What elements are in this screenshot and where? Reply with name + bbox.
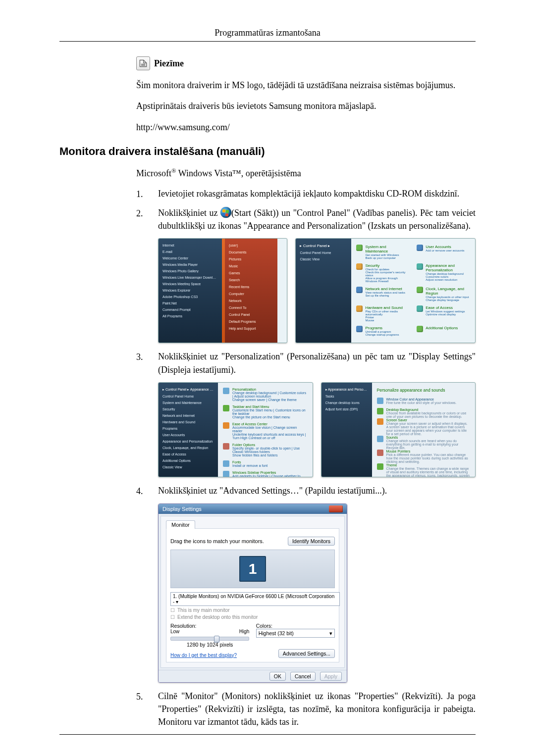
- start-menu-side-item[interactable]: Documents: [229, 251, 273, 254]
- tab-monitor[interactable]: Monitor: [166, 520, 195, 529]
- start-menu-side-item[interactable]: Default Programs: [229, 320, 273, 323]
- category-icon: [356, 326, 363, 332]
- pz-nav-item[interactable]: Tasks: [325, 395, 368, 398]
- start-menu-item[interactable]: Windows Photo Gallery: [162, 269, 218, 273]
- step-num: 5.: [136, 690, 158, 703]
- cancel-button[interactable]: Cancel: [290, 672, 316, 681]
- ap-nav-item[interactable]: Appearance and Personalization: [162, 440, 214, 443]
- pz-nav-item[interactable]: Adjust font size (DPI): [325, 407, 368, 411]
- start-menu-side-item[interactable]: Computer: [229, 292, 273, 296]
- personalization-item[interactable]: Screen SaverChange your screen saver or …: [377, 418, 471, 436]
- appearance-section[interactable]: Folder OptionsSpecify single- or double-…: [223, 443, 308, 457]
- ap-nav-item[interactable]: Classic View: [162, 465, 214, 469]
- ap-nav-item[interactable]: Hardware and Sound: [162, 420, 214, 424]
- resolution-label: Resolution:: [170, 623, 249, 629]
- extend-desktop-checkbox: ☐Extend the desktop onto this monitor: [170, 614, 335, 620]
- start-menu-item[interactable]: E-mail: [162, 250, 218, 253]
- category-icon: [417, 287, 423, 293]
- control-panel-category[interactable]: System and MaintenanceGet started with W…: [356, 245, 410, 259]
- ok-button[interactable]: OK: [269, 672, 286, 681]
- control-panel-category[interactable]: User AccountsAdd or remove user accounts: [417, 245, 470, 259]
- control-panel-category[interactable]: Additional Options: [417, 326, 470, 336]
- appearance-section[interactable]: Ease of Access CenterAccommodate low vis…: [223, 422, 308, 440]
- personalization-item[interactable]: SoundsChange which sounds are heard when…: [377, 436, 471, 450]
- step-4: 4. Noklikšķiniet uz "Advanced Settings…"…: [136, 484, 476, 498]
- start-menu-item[interactable]: Command Prompt: [162, 308, 218, 311]
- control-panel-category[interactable]: ProgramsUninstall a programChange startu…: [356, 326, 410, 336]
- personalization-item[interactable]: ThemeChange the theme. Themes can change…: [377, 463, 471, 477]
- pz-breadcrumb: ▸ Appearance and Personalization ▸ Perso…: [325, 388, 368, 392]
- ap-nav-item[interactable]: System and Maintenance: [162, 401, 214, 404]
- step-text: Noklikšķiniet uz "Advanced Settings…" (P…: [158, 484, 476, 497]
- start-menu-side-item[interactable]: Connect To: [229, 306, 273, 309]
- best-display-link[interactable]: How do I get the best display?: [170, 653, 237, 658]
- appearance-section[interactable]: FontsInstall or remove a font: [223, 460, 308, 467]
- cp-task-item[interactable]: Control Panel Home: [300, 251, 347, 254]
- note-para-1: Šim monitora draiverim ir MS logo, tādēj…: [136, 79, 476, 91]
- monitor-1-icon[interactable]: 1: [239, 556, 266, 582]
- start-menu-side-item[interactable]: (user): [229, 244, 273, 247]
- start-menu-item[interactable]: Windows Meeting Space: [162, 282, 218, 286]
- appearance-section[interactable]: Taskbar and Start MenuCustomize the Star…: [223, 405, 308, 419]
- step-3: 3. Noklikšķiniet uz "Personalization" (P…: [136, 350, 476, 376]
- ap-nav-item[interactable]: Clock, Language, and Region: [162, 446, 214, 450]
- colors-dropdown[interactable]: Highest (32 bit)▾: [256, 629, 335, 638]
- identify-monitors-button[interactable]: Identify Monitors: [288, 537, 335, 546]
- ap-nav-item[interactable]: Ease of Access: [162, 453, 214, 456]
- appearance-section[interactable]: PersonalizationChange desktop background…: [223, 388, 308, 402]
- advanced-settings-button[interactable]: Advanced Settings...: [278, 649, 335, 658]
- control-panel-category[interactable]: Clock, Language, and RegionChange keyboa…: [417, 287, 470, 302]
- start-menu-item[interactable]: Adobe Photoshop CS3: [162, 295, 218, 299]
- control-panel-category[interactable]: SecurityCheck for updatesCheck this comp…: [356, 263, 410, 283]
- category-icon: [417, 245, 423, 251]
- ap-nav-item[interactable]: Programs: [162, 427, 214, 430]
- ap-nav-item[interactable]: User Accounts: [162, 433, 214, 437]
- ap-nav-item[interactable]: Security: [162, 407, 214, 411]
- note-label: Piezīme: [154, 58, 184, 69]
- control-panel-screenshot: ▸ Control Panel ▸ Control Panel HomeClas…: [295, 238, 476, 343]
- ap-nav-item[interactable]: Control Panel Home: [162, 395, 214, 398]
- start-menu-side-item[interactable]: Games: [229, 271, 273, 275]
- apply-button[interactable]: Apply: [320, 672, 342, 681]
- item-icon: [377, 450, 383, 456]
- display-select[interactable]: 1. (Multiple Monitors) on NVIDIA GeForce…: [170, 592, 340, 606]
- footer-rule: [59, 734, 476, 735]
- start-menu-side-item[interactable]: Pictures: [229, 257, 273, 261]
- start-menu-item[interactable]: Paint.Net: [162, 302, 218, 305]
- step-text: Noklikšķiniet uz (Start (Sākt)) un "Cont…: [158, 206, 476, 232]
- pz-nav-item[interactable]: Change desktop icons: [325, 401, 368, 404]
- control-panel-category[interactable]: Ease of AccessLet Windows suggest settin…: [417, 305, 470, 322]
- category-icon: [417, 263, 423, 270]
- step-1: 1. Ievietojiet rokasgrāmatas komplektāci…: [136, 187, 476, 201]
- start-menu-side-item[interactable]: Control Panel: [229, 313, 273, 316]
- start-menu-item[interactable]: Windows Media Player: [162, 263, 218, 266]
- start-menu-screenshot: InternetE-mailWelcome CenterWindows Medi…: [158, 238, 287, 343]
- personalization-item[interactable]: Mouse PointersPick a different mouse poi…: [377, 450, 471, 463]
- close-icon[interactable]: [329, 505, 343, 512]
- figure-personalization-screens: ▸ Control Panel ▸ Appearance and Persona…: [158, 382, 476, 477]
- appearance-section[interactable]: Windows Sidebar PropertiesAdd gadgets to…: [223, 471, 308, 477]
- start-menu-item[interactable]: Welcome Center: [162, 256, 218, 260]
- cp-task-item[interactable]: Classic View: [300, 257, 347, 261]
- control-panel-category[interactable]: Network and InternetView network status …: [356, 287, 410, 302]
- start-menu-side-item[interactable]: Search: [229, 278, 273, 282]
- start-menu-side-item[interactable]: Recent Items: [229, 285, 273, 289]
- personalization-item[interactable]: Desktop BackgroundChoose from available …: [377, 408, 471, 418]
- colors-label: Colors:: [256, 623, 335, 629]
- item-icon: [377, 463, 383, 470]
- start-menu-item[interactable]: Windows Explorer: [162, 289, 218, 292]
- slider-high: High: [239, 629, 250, 634]
- start-menu-side-item[interactable]: Help and Support: [229, 327, 273, 330]
- registered-mark: ®: [171, 167, 176, 174]
- subtitle-post: Windows Vista™, operētājsistēma: [176, 168, 301, 178]
- ap-nav-item[interactable]: Network and Internet: [162, 414, 214, 417]
- control-panel-category[interactable]: Appearance and PersonalizationChange des…: [417, 263, 470, 283]
- start-menu-side-item[interactable]: Music: [229, 264, 273, 268]
- start-menu-item[interactable]: Internet: [162, 244, 218, 247]
- start-menu-item[interactable]: All Programs: [162, 314, 218, 318]
- control-panel-category[interactable]: Hardware and SoundPlay CDs or other medi…: [356, 305, 410, 322]
- resolution-slider[interactable]: [170, 637, 249, 641]
- start-menu-side-item[interactable]: Network: [229, 299, 273, 302]
- ap-nav-item[interactable]: Additional Options: [162, 459, 214, 462]
- start-menu-item[interactable]: Windows Live Messenger Download: [162, 276, 218, 279]
